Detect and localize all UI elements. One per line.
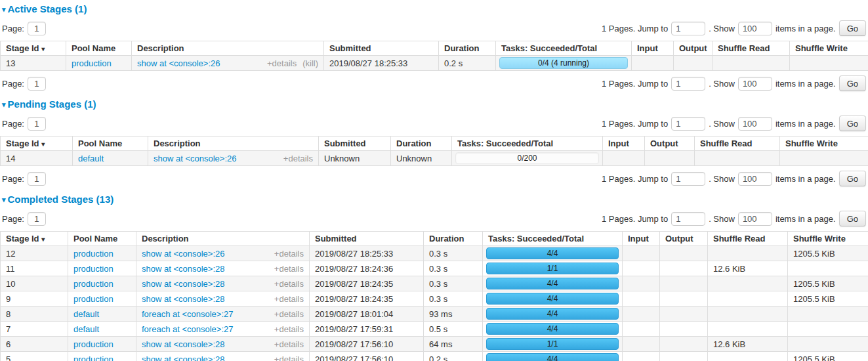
jump-to-page-input[interactable] [671, 22, 705, 35]
show-items-input[interactable] [738, 117, 772, 131]
col-header-input[interactable]: Input [623, 232, 660, 246]
section-header-active-stages[interactable]: ▾Active Stages (1) [2, 3, 868, 16]
col-header-pool-name[interactable]: Pool Name [68, 232, 136, 246]
duration-cell: 93 ms [424, 307, 483, 322]
col-header-input[interactable]: Input [603, 137, 645, 151]
description-link[interactable]: show at <console>:28 [142, 354, 224, 361]
pool-name-link[interactable]: default [78, 154, 104, 163]
col-header-description[interactable]: Description [148, 137, 319, 151]
col-header-stage-id[interactable]: Stage Id ▾ [1, 41, 66, 56]
pool-name-link[interactable]: production [73, 294, 114, 304]
duration-cell: 0.3 s [424, 246, 483, 261]
details-toggle[interactable]: +details [274, 339, 304, 349]
output-cell [660, 261, 708, 276]
page-number-input[interactable] [28, 77, 46, 91]
col-header-output[interactable]: Output [645, 137, 695, 151]
shuffle-read-cell [708, 246, 788, 261]
page-number-input[interactable] [28, 212, 46, 226]
col-header-shuffle-read[interactable]: Shuffle Read [708, 232, 788, 246]
col-header-stage-id[interactable]: Stage Id ▾ [1, 137, 73, 151]
col-header-description[interactable]: Description [132, 41, 324, 56]
description-link[interactable]: show at <console>:28 [142, 279, 224, 289]
stage-id-cell: 10 [1, 276, 68, 291]
pool-name-link[interactable]: production [73, 249, 114, 259]
show-items-input[interactable] [738, 172, 772, 186]
col-header-duration[interactable]: Duration [391, 137, 452, 151]
pool-name-link[interactable]: production [73, 354, 114, 361]
col-header-pool-name[interactable]: Pool Name [66, 41, 132, 56]
go-button[interactable]: Go [839, 171, 866, 186]
pool-name-link[interactable]: production [72, 58, 112, 68]
description-link[interactable]: show at <console>:26 [137, 58, 220, 68]
show-items-input[interactable] [738, 22, 772, 35]
col-header-shuffle-read[interactable]: Shuffle Read [695, 137, 780, 151]
col-header-tasks[interactable]: Tasks: Succeeded/Total [496, 41, 632, 56]
col-header-input[interactable]: Input [632, 41, 674, 56]
details-toggle[interactable]: +details [274, 279, 304, 289]
sort-desc-icon: ▾ [41, 140, 45, 148]
col-header-submitted[interactable]: Submitted [319, 137, 391, 151]
input-cell [603, 151, 645, 166]
pool-name-link[interactable]: default [73, 309, 99, 319]
page-number-input[interactable] [28, 172, 46, 186]
output-cell [660, 337, 708, 352]
col-header-shuffle-read[interactable]: Shuffle Read [713, 41, 790, 56]
description-link[interactable]: foreach at <console>:27 [142, 309, 234, 319]
description-link[interactable]: show at <console>:26 [142, 249, 224, 259]
description-link[interactable]: foreach at <console>:27 [142, 324, 234, 334]
details-toggle[interactable]: +details [274, 354, 304, 361]
table-row: 10 production show at <console>:28+detai… [1, 276, 868, 291]
pool-name-link[interactable]: default [73, 324, 99, 334]
section-title-text: Active Stages (1) [8, 3, 87, 14]
col-header-tasks[interactable]: Tasks: Succeeded/Total [483, 232, 623, 246]
col-header-pool-name[interactable]: Pool Name [73, 137, 148, 151]
details-toggle[interactable]: +details [274, 294, 304, 304]
kill-link[interactable]: (kill) [302, 58, 318, 68]
table-row: 14 default show at <console>:26+details … [1, 151, 868, 166]
show-items-input[interactable] [738, 77, 772, 91]
section-header-completed-stages[interactable]: ▾Completed Stages (13) [2, 194, 868, 206]
col-header-duration[interactable]: Duration [424, 232, 483, 246]
show-items-input[interactable] [738, 212, 772, 226]
input-cell [623, 276, 660, 291]
jump-to-page-input[interactable] [671, 117, 705, 131]
col-header-output[interactable]: Output [660, 232, 708, 246]
col-header-submitted[interactable]: Submitted [310, 232, 424, 246]
go-button[interactable]: Go [839, 116, 866, 131]
details-toggle[interactable]: +details [274, 249, 304, 259]
go-button[interactable]: Go [839, 20, 866, 36]
go-button[interactable]: Go [839, 211, 866, 226]
submitted-cell: 2019/08/27 17:59:31 [310, 322, 424, 337]
pool-name-link[interactable]: production [73, 279, 114, 289]
jump-to-page-input[interactable] [671, 212, 705, 226]
col-header-tasks[interactable]: Tasks: Succeeded/Total [452, 137, 603, 151]
page-number-input[interactable] [28, 117, 46, 131]
details-toggle[interactable]: +details [274, 324, 304, 334]
details-toggle[interactable]: +details [267, 58, 297, 68]
task-progress-label: 4/4 [547, 279, 558, 288]
description-link[interactable]: show at <console>:28 [142, 264, 224, 274]
section-header-pending-stages[interactable]: ▾Pending Stages (1) [2, 98, 868, 111]
details-toggle[interactable]: +details [274, 309, 304, 319]
go-button[interactable]: Go [839, 75, 866, 91]
description-link[interactable]: show at <console>:26 [154, 154, 236, 163]
col-header-submitted[interactable]: Submitted [324, 41, 439, 56]
submitted-cell: 2019/08/27 17:56:10 [310, 352, 424, 361]
col-header-duration[interactable]: Duration [439, 41, 496, 56]
col-header-stage-id[interactable]: Stage Id ▾ [1, 232, 68, 246]
pagination-row: Page: 1 Pages. Jump to . Show items in a… [0, 71, 868, 95]
description-link[interactable]: show at <console>:28 [142, 294, 224, 304]
pool-name-link[interactable]: production [73, 264, 114, 274]
page-number-input[interactable] [28, 22, 46, 35]
pool-name-link[interactable]: production [73, 339, 114, 349]
details-toggle[interactable]: +details [274, 264, 304, 274]
col-header-description[interactable]: Description [136, 232, 310, 246]
jump-to-page-input[interactable] [671, 77, 705, 91]
col-header-output[interactable]: Output [674, 41, 713, 56]
col-header-shuffle-write[interactable]: Shuffle Write [780, 137, 868, 151]
details-toggle[interactable]: +details [283, 154, 313, 163]
jump-to-page-input[interactable] [671, 172, 705, 186]
description-link[interactable]: show at <console>:28 [142, 339, 224, 349]
col-header-shuffle-write[interactable]: Shuffle Write [788, 232, 868, 246]
col-header-shuffle-write[interactable]: Shuffle Write [790, 41, 868, 56]
